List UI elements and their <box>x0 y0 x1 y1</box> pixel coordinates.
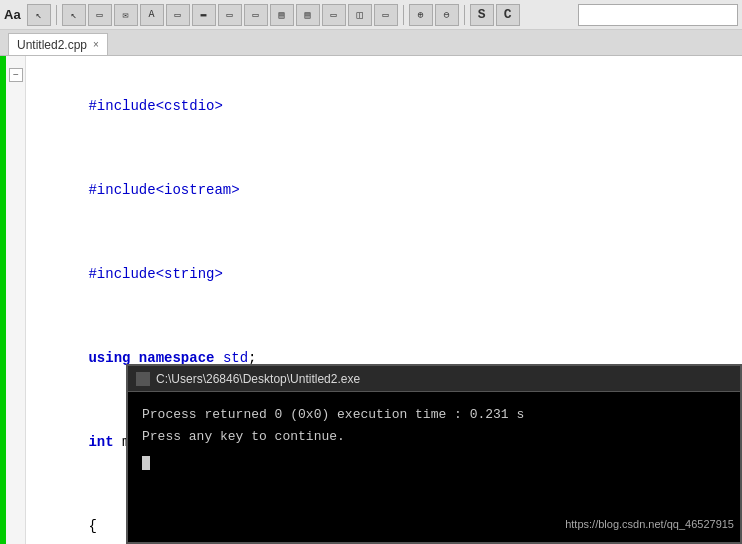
keyword-using: using <box>88 350 130 366</box>
terminal-line-2: Press any key to continue. <box>142 426 726 448</box>
line-gutter: − <box>6 56 26 544</box>
toolbar-btn-5[interactable]: ▭ <box>166 4 190 26</box>
toolbar-btn-13[interactable]: ▭ <box>374 4 398 26</box>
toolbar-btn-c[interactable]: C <box>496 4 520 26</box>
toolbar-btn-7[interactable]: ▭ <box>218 4 242 26</box>
terminal-line-1: Process returned 0 (0x0) execution time … <box>142 404 726 426</box>
keyword-int: int <box>88 434 113 450</box>
code-line-1: #include<cstdio> <box>38 64 730 148</box>
terminal-cursor <box>142 456 150 470</box>
toolbar-btn-rect[interactable]: ▭ <box>88 4 112 26</box>
toolbar-divider-1 <box>56 5 57 25</box>
toolbar-btn-9[interactable]: ▤ <box>270 4 294 26</box>
toolbar-btn-8[interactable]: ▭ <box>244 4 268 26</box>
code-line-3: #include<string> <box>38 232 730 316</box>
include-1: #include<cstdio> <box>88 98 222 114</box>
toolbar-btn-12[interactable]: ◫ <box>348 4 372 26</box>
toolbar-divider-3 <box>464 5 465 25</box>
include-3: #include<string> <box>88 266 222 282</box>
toolbar-btn-6[interactable]: ▬ <box>192 4 216 26</box>
open-brace: { <box>88 518 96 534</box>
terminal-app-icon <box>136 372 150 386</box>
watermark: https://blog.csdn.net/qq_46527915 <box>565 510 734 538</box>
tab-bar: Untitled2.cpp × <box>0 30 742 56</box>
editor-area: − #include<cstdio> #include<iostream> #i… <box>0 56 742 544</box>
tab-label: Untitled2.cpp <box>17 38 87 52</box>
terminal-title: C:\Users\26846\Desktop\Untitled2.exe <box>156 365 360 393</box>
toolbar: Aa ↖ ↖ ▭ ✉ A ▭ ▬ ▭ ▭ ▤ ▤ ▭ ◫ ▭ ⊕ ⊖ S C <box>0 0 742 30</box>
terminal-body: Process returned 0 (0x0) execution time … <box>128 392 740 482</box>
code-editor[interactable]: #include<cstdio> #include<iostream> #inc… <box>26 56 742 544</box>
tab-close-button[interactable]: × <box>93 39 99 50</box>
toolbar-btn-cursor[interactable]: ↖ <box>62 4 86 26</box>
include-2: #include<iostream> <box>88 182 239 198</box>
toolbar-btn-11[interactable]: ▭ <box>322 4 346 26</box>
toolbar-search-box[interactable] <box>578 4 738 26</box>
terminal-titlebar: C:\Users\26846\Desktop\Untitled2.exe <box>128 366 740 392</box>
code-line-2: #include<iostream> <box>38 148 730 232</box>
toolbar-btn-10[interactable]: ▤ <box>296 4 320 26</box>
toolbar-btn-zoom-in[interactable]: ⊕ <box>409 4 433 26</box>
toolbar-btn-mail[interactable]: ✉ <box>114 4 138 26</box>
tab-untitled2[interactable]: Untitled2.cpp × <box>8 33 108 55</box>
toolbar-divider-2 <box>403 5 404 25</box>
toolbar-btn-1[interactable]: ↖ <box>27 4 51 26</box>
terminal-line-3 <box>142 448 726 470</box>
toolbar-btn-zoom-out[interactable]: ⊖ <box>435 4 459 26</box>
toolbar-btn-a[interactable]: A <box>140 4 164 26</box>
toolbar-aa-label: Aa <box>4 7 21 22</box>
toolbar-btn-s[interactable]: S <box>470 4 494 26</box>
collapse-icon[interactable]: − <box>9 68 23 82</box>
